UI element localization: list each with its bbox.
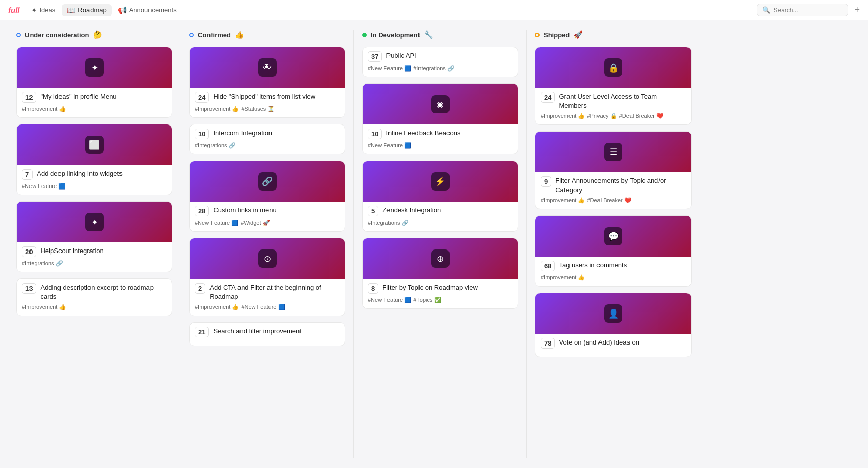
card-shipped-0[interactable]: 🔒24Grant User Level Access to Team Membe… xyxy=(535,47,692,125)
card-title-text-under-consideration-0: "My ideas" in profile Menu xyxy=(40,92,116,101)
nav-item-roadmap[interactable]: 📖 Roadmap xyxy=(62,4,111,16)
card-title-row-shipped-3: 78Vote on (and Add) Ideas on xyxy=(541,338,686,349)
card-tags-under-consideration-0: #Improvement 👍 xyxy=(22,106,167,112)
card-under-consideration-0[interactable]: ✦12"My ideas" in profile Menu#Improvemen… xyxy=(16,47,172,118)
card-body-under-consideration-3: 13Adding description excerpt to roadmap … xyxy=(17,279,172,316)
card-image-shipped-1: ☰ xyxy=(535,132,691,172)
col-emoji-under-consideration: 🤔 xyxy=(93,30,102,39)
card-title-text-under-consideration-2: HelpScout integration xyxy=(40,246,103,256)
card-body-confirmed-1: 10Intercom Integration#Integrations 🔗 xyxy=(190,124,345,154)
card-body-shipped-3: 78Vote on (and Add) Ideas on xyxy=(535,334,691,357)
tag-confirmed-2-0: #New Feature 🟦 xyxy=(195,220,238,226)
search-box[interactable]: 🔍 xyxy=(757,4,848,16)
card-body-in-development-3: 8Filter by Topic on Roadmap view#New Fea… xyxy=(363,279,518,308)
card-num-under-consideration-1: 7 xyxy=(22,169,33,180)
nav-item-ideas[interactable]: ✦ Ideas xyxy=(26,4,61,16)
card-in-development-3[interactable]: ⊕8Filter by Topic on Roadmap view#New Fe… xyxy=(362,238,518,309)
card-tags-confirmed-2: #New Feature 🟦#Widget 🚀 xyxy=(195,220,340,226)
tag-under-consideration-3-0: #Improvement 👍 xyxy=(22,304,66,310)
card-title-text-under-consideration-1: Add deep linking into widgets xyxy=(37,169,122,178)
card-tags-under-consideration-1: #New Feature 🟦 xyxy=(22,183,167,190)
card-confirmed-4[interactable]: 21Search and filter improvement xyxy=(189,322,345,346)
plus-button[interactable]: + xyxy=(854,5,860,15)
card-num-confirmed-1: 10 xyxy=(195,129,209,139)
tag-confirmed-0-1: #Statuses ⏳ xyxy=(241,106,275,112)
card-under-consideration-3[interactable]: 13Adding description excerpt to roadmap … xyxy=(16,278,172,316)
card-shipped-1[interactable]: ☰9Filter Announcements by Topic and/or C… xyxy=(535,131,692,209)
tag-in-development-0-1: #Integrations 🔗 xyxy=(413,65,455,72)
card-title-row-under-consideration-0: 12"My ideas" in profile Menu xyxy=(22,92,167,103)
card-body-shipped-2: 68Tag users in comments#Improvement 👍 xyxy=(535,257,691,286)
nav-label-announcements: Announcements xyxy=(129,6,177,14)
column-shipped: Shipped🚀🔒24Grant User Level Access to Te… xyxy=(527,30,700,458)
card-icon-in-development-1: ◉ xyxy=(431,95,450,113)
card-num-confirmed-4: 21 xyxy=(195,327,209,337)
card-tags-in-development-2: #Integrations 🔗 xyxy=(368,220,513,226)
card-body-confirmed-4: 21Search and filter improvement xyxy=(190,323,345,346)
card-image-shipped-3: 👤 xyxy=(535,293,691,334)
card-image-confirmed-0: 👁 xyxy=(190,47,345,88)
card-icon-shipped-1: ☰ xyxy=(604,143,622,161)
card-title-row-shipped-1: 9Filter Announcements by Topic and/or Ca… xyxy=(541,176,686,194)
card-body-under-consideration-1: 7Add deep linking into widgets#New Featu… xyxy=(17,165,172,195)
card-image-under-consideration-1: ⬜ xyxy=(17,124,172,165)
card-title-row-under-consideration-3: 13Adding description excerpt to roadmap … xyxy=(22,283,167,301)
card-in-development-2[interactable]: ⚡5Zendesk Integration#Integrations 🔗 xyxy=(362,161,518,232)
tag-in-development-2-0: #Integrations 🔗 xyxy=(368,220,409,226)
card-num-in-development-1: 10 xyxy=(368,129,382,139)
card-image-shipped-2: 💬 xyxy=(535,216,691,257)
col-emoji-shipped: 🚀 xyxy=(574,30,582,39)
card-tags-under-consideration-3: #Improvement 👍 xyxy=(22,304,167,310)
card-tags-shipped-2: #Improvement 👍 xyxy=(541,274,686,281)
tag-confirmed-2-1: #Widget 🚀 xyxy=(241,220,270,226)
search-input[interactable] xyxy=(773,7,843,14)
tag-in-development-0-0: #New Feature 🟦 xyxy=(368,65,411,72)
card-under-consideration-2[interactable]: ✦20HelpScout integration#Integrations 🔗 xyxy=(16,201,172,272)
card-in-development-1[interactable]: ◉10Inline Feedback Beacons#New Feature 🟦 xyxy=(362,83,518,154)
card-body-in-development-0: 37Public API#New Feature 🟦#Integrations … xyxy=(363,47,518,77)
card-num-shipped-3: 78 xyxy=(541,338,555,349)
card-shipped-2[interactable]: 💬68Tag users in comments#Improvement 👍 xyxy=(535,215,692,287)
search-icon: 🔍 xyxy=(762,6,770,14)
card-title-row-shipped-2: 68Tag users in comments xyxy=(541,261,686,271)
card-under-consideration-1[interactable]: ⬜7Add deep linking into widgets#New Feat… xyxy=(16,124,172,195)
card-in-development-0[interactable]: 37Public API#New Feature 🟦#Integrations … xyxy=(362,47,518,77)
card-num-confirmed-3: 2 xyxy=(195,283,205,294)
tag-confirmed-3-0: #Improvement 👍 xyxy=(195,304,239,310)
card-confirmed-0[interactable]: 👁24Hide "Shipped" items from list view#I… xyxy=(189,47,345,118)
card-title-text-in-development-3: Filter by Topic on Roadmap view xyxy=(382,283,478,292)
card-tags-confirmed-1: #Integrations 🔗 xyxy=(195,142,340,149)
card-confirmed-2[interactable]: 🔗28Custom links in menu#New Feature 🟦#Wi… xyxy=(189,161,345,232)
tag-shipped-0-1: #Privacy 🔒 xyxy=(587,113,617,119)
col-header-in-development: In Development🔧 xyxy=(362,30,518,39)
card-num-confirmed-2: 28 xyxy=(195,206,209,216)
nav-icon-announcements: 📢 xyxy=(118,6,127,14)
card-shipped-3[interactable]: 👤78Vote on (and Add) Ideas on xyxy=(535,293,692,357)
nav-label-ideas: Ideas xyxy=(40,6,56,14)
card-body-under-consideration-2: 20HelpScout integration#Integrations 🔗 xyxy=(17,242,172,272)
card-num-in-development-0: 37 xyxy=(368,51,382,62)
card-title-text-confirmed-2: Custom links in menu xyxy=(213,206,276,215)
card-confirmed-1[interactable]: 10Intercom Integration#Integrations 🔗 xyxy=(189,124,345,154)
card-title-row-confirmed-3: 2Add CTA and Filter at the beginning of … xyxy=(195,283,340,301)
card-icon-confirmed-3: ⊙ xyxy=(258,249,277,268)
card-body-in-development-1: 10Inline Feedback Beacons#New Feature 🟦 xyxy=(363,124,518,154)
col-header-under-consideration: Under consideration🤔 xyxy=(16,30,172,39)
card-num-shipped-1: 9 xyxy=(541,176,551,187)
card-num-under-consideration-0: 12 xyxy=(22,92,36,103)
card-tags-under-consideration-2: #Integrations 🔗 xyxy=(22,260,167,267)
card-tags-in-development-3: #New Feature 🟦#Topics ✅ xyxy=(368,297,513,303)
tag-confirmed-1-0: #Integrations 🔗 xyxy=(195,142,236,149)
card-title-text-confirmed-4: Search and filter improvement xyxy=(213,327,301,336)
card-title-text-in-development-0: Public API xyxy=(386,51,416,60)
col-emoji-in-development: 🔧 xyxy=(424,30,433,39)
card-confirmed-3[interactable]: ⊙2Add CTA and Filter at the beginning of… xyxy=(189,238,345,316)
column-in-development: In Development🔧37Public API#New Feature … xyxy=(354,30,527,458)
card-num-shipped-0: 24 xyxy=(541,92,555,103)
column-confirmed: Confirmed👍👁24Hide "Shipped" items from l… xyxy=(181,30,354,458)
card-title-text-confirmed-3: Add CTA and Filter at the beginning of R… xyxy=(209,283,340,301)
col-dot-confirmed xyxy=(189,33,194,37)
card-title-row-in-development-1: 10Inline Feedback Beacons xyxy=(368,129,513,139)
card-tags-confirmed-3: #Improvement 👍#New Feature 🟦 xyxy=(195,304,340,310)
nav-item-announcements[interactable]: 📢 Announcements xyxy=(113,4,182,16)
